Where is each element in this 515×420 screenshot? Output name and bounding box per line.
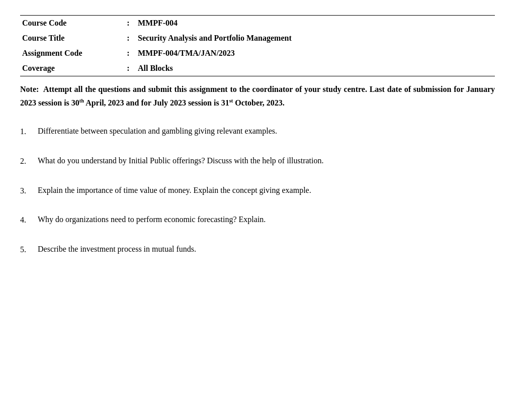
question-text-1: Differentiate between speculation and ga… — [38, 125, 277, 138]
note-body-part3: October, 2023. — [233, 98, 285, 107]
course-code-row: Course Code : MMPF-004 — [20, 16, 495, 31]
course-code-label: Course Code — [20, 16, 121, 31]
question-text-2: What do you understand by Initial Public… — [38, 154, 324, 167]
note-body-part2: April, 2023 and for July 2023 session is… — [84, 98, 229, 107]
question-item-3: 3.Explain the importance of time value o… — [20, 184, 495, 197]
course-title-value: Security Analysis and Portfolio Manageme… — [136, 31, 495, 46]
assignment-code-label: Assignment Code — [20, 46, 121, 61]
coverage-row: Coverage : All Blocks — [20, 61, 495, 76]
note-superscript1: th — [79, 98, 84, 103]
question-item-5: 5.Describe the investment process in mut… — [20, 243, 495, 256]
assignment-code-value: MMPF-004/TMA/JAN/2023 — [136, 46, 495, 61]
coverage-colon: : — [121, 61, 136, 76]
question-text-4: Why do organizations need to perform eco… — [38, 213, 266, 226]
course-title-colon: : — [121, 31, 136, 46]
note-label: Note: — [20, 85, 39, 93]
coverage-value: All Blocks — [136, 61, 495, 76]
question-text-3: Explain the importance of time value of … — [38, 184, 311, 197]
course-title-label: Course Title — [20, 31, 121, 46]
course-title-row: Course Title : Security Analysis and Por… — [20, 31, 495, 46]
note-section: Note: Attempt all the questions and subm… — [20, 82, 495, 115]
coverage-label: Coverage — [20, 61, 121, 76]
course-info-table: Course Code : MMPF-004 Course Title : Se… — [20, 15, 495, 76]
course-code-colon: : — [121, 16, 136, 31]
question-number-4: 4. — [20, 213, 38, 227]
question-text-5: Describe the investment process in mutua… — [38, 243, 196, 256]
question-number-1: 1. — [20, 125, 38, 138]
question-item-1: 1.Differentiate between speculation and … — [20, 125, 495, 138]
course-code-value: MMPF-004 — [136, 16, 495, 31]
question-number-2: 2. — [20, 154, 38, 168]
question-item-2: 2.What do you understand by Initial Publ… — [20, 154, 495, 168]
note-text: Note: Attempt all the questions and subm… — [20, 82, 495, 110]
question-number-5: 5. — [20, 243, 38, 256]
questions-list: 1.Differentiate between speculation and … — [20, 125, 495, 256]
assignment-code-row: Assignment Code : MMPF-004/TMA/JAN/2023 — [20, 46, 495, 61]
question-number-3: 3. — [20, 184, 38, 197]
question-item-4: 4.Why do organizations need to perform e… — [20, 213, 495, 227]
assignment-code-colon: : — [121, 46, 136, 61]
